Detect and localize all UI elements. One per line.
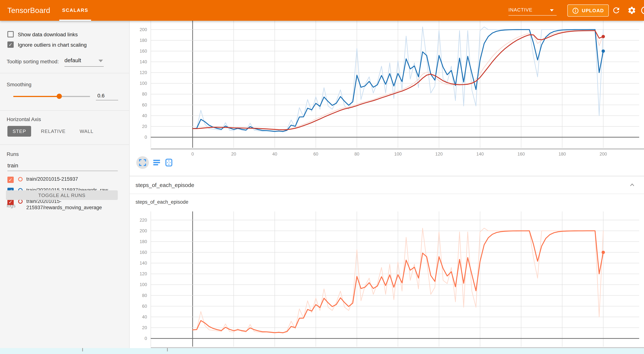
run-label: train/20201015-215937: [26, 176, 78, 182]
checkbox-show-download-links[interactable]: Show data download links: [8, 31, 78, 38]
smoothing-label: Smoothing: [7, 82, 32, 88]
data-status-value: INACTIVE: [508, 7, 532, 12]
tab-scalars-label: SCALARS: [62, 8, 88, 13]
svg-text:20: 20: [142, 325, 147, 330]
strip-tick: [167, 348, 168, 352]
steps-of-each-episode-chart[interactable]: 020406080100120140160180200220: [130, 212, 644, 354]
slider-track-empty: [59, 96, 90, 97]
info-icon: [572, 7, 579, 14]
svg-text:60: 60: [142, 304, 147, 309]
svg-text:40: 40: [272, 152, 277, 156]
chevron-down-icon: [550, 9, 554, 12]
svg-text:180: 180: [140, 239, 147, 244]
tooltip-sorting-label: Tooltip sorting method:: [7, 58, 59, 64]
runs-label: Runs: [7, 151, 19, 157]
horizontal-axis-buttons: STEP RELATIVE WALL: [8, 126, 99, 137]
svg-text:80: 80: [354, 152, 360, 156]
app-logo: TensorBoard: [8, 0, 50, 21]
svg-text:100: 100: [140, 282, 147, 287]
fit-domain-icon[interactable]: [164, 158, 173, 167]
tooltip-sorting-dropdown[interactable]: default: [64, 57, 104, 67]
svg-text:140: 140: [140, 260, 147, 266]
runs-footer-logs: logs: [7, 203, 16, 208]
checkbox-label: Show data download links: [18, 31, 78, 37]
checkbox-icon: ✓: [8, 42, 14, 48]
svg-text:220: 220: [140, 218, 147, 222]
slider-track-filled: [13, 96, 59, 97]
sidebar-divider: [0, 144, 130, 145]
svg-text:160: 160: [517, 152, 525, 156]
runs-list-icon[interactable]: [152, 158, 161, 167]
axis-button-wall[interactable]: WALL: [74, 126, 99, 137]
svg-text:0: 0: [192, 152, 194, 156]
section-underline: [130, 194, 644, 194]
strip-tick: [82, 348, 83, 352]
axis-button-step[interactable]: STEP: [8, 126, 31, 137]
refresh-icon[interactable]: [612, 6, 621, 15]
tab-scalars[interactable]: SCALARS: [59, 0, 91, 21]
svg-text:140: 140: [140, 59, 147, 64]
svg-text:200: 200: [140, 228, 147, 233]
run-label: train/20201015-215937/rewards_moving_ave…: [26, 198, 121, 211]
svg-text:180: 180: [140, 38, 147, 43]
checkbox-label: Ignore outliers in chart scaling: [18, 42, 87, 48]
expand-icon: [138, 158, 147, 167]
scalars-dashboard: 0204060801001201401601802000204060801001…: [130, 21, 644, 354]
slider-thumb[interactable]: [57, 94, 62, 99]
svg-text:40: 40: [142, 314, 147, 320]
run-filter-input[interactable]: [8, 162, 118, 171]
svg-text:20: 20: [142, 124, 147, 129]
bottom-scroll-strip[interactable]: [0, 348, 644, 354]
svg-text:100: 100: [140, 81, 147, 86]
settings-sidebar: Show data download links ✓ Ignore outlie…: [0, 21, 130, 354]
svg-text:180: 180: [558, 152, 566, 156]
svg-text:0: 0: [144, 134, 147, 140]
svg-text:60: 60: [142, 102, 147, 108]
smoothing-slider[interactable]: [13, 95, 90, 98]
expand-chart-button[interactable]: [136, 156, 149, 169]
upload-button-label: UPLOAD: [582, 8, 604, 13]
smoothing-value-input[interactable]: 0.6: [96, 92, 118, 100]
svg-text:160: 160: [140, 250, 147, 255]
help-icon[interactable]: [641, 6, 644, 15]
app-header: TensorBoard SCALARS INACTIVE UPLOAD: [0, 0, 644, 21]
svg-text:140: 140: [476, 152, 484, 156]
tooltip-sorting-value: default: [64, 57, 81, 63]
chart-toolbar: [136, 156, 173, 169]
svg-text:120: 120: [435, 152, 443, 156]
svg-text:120: 120: [140, 70, 147, 75]
svg-text:60: 60: [313, 152, 318, 156]
svg-text:40: 40: [142, 113, 147, 118]
svg-text:80: 80: [142, 92, 147, 96]
svg-text:100: 100: [394, 152, 402, 156]
horizontal-axis-label: Horizontal Axis: [7, 116, 41, 122]
svg-text:200: 200: [600, 152, 607, 156]
chart-card-title: steps_of_each_episode: [136, 199, 188, 205]
tab-active-underline: [59, 20, 91, 21]
axis-button-relative[interactable]: RELATIVE: [36, 126, 71, 137]
svg-text:120: 120: [140, 271, 147, 276]
collapse-chevron-icon[interactable]: [629, 182, 635, 188]
svg-text:80: 80: [142, 293, 147, 298]
svg-text:160: 160: [140, 48, 147, 54]
run-color-circle-icon: [18, 177, 22, 182]
sidebar-divider: [0, 110, 130, 111]
checkbox-ignore-outliers[interactable]: ✓ Ignore outliers in chart scaling: [8, 42, 87, 48]
svg-text:0: 0: [144, 336, 147, 341]
section-title: steps_of_each_episode: [136, 182, 194, 188]
checkbox-icon: [8, 31, 14, 38]
chevron-down-icon: [98, 60, 103, 62]
run-row[interactable]: ✓train/20201015-215937: [0, 174, 130, 185]
rewards-chart[interactable]: 0204060801001201401601802000204060801001…: [130, 21, 644, 158]
data-status-dropdown[interactable]: INACTIVE: [508, 5, 556, 16]
toggle-all-runs-button[interactable]: TOGGLE ALL RUNS: [6, 190, 118, 200]
svg-text:200: 200: [140, 27, 147, 32]
settings-gear-icon[interactable]: [627, 6, 636, 15]
section-header-steps-of-each-episode[interactable]: steps_of_each_episode: [130, 176, 644, 194]
svg-text:20: 20: [231, 152, 236, 156]
dropdown-underline: [508, 15, 556, 16]
upload-button[interactable]: UPLOAD: [567, 4, 609, 17]
sidebar-divider: [0, 73, 130, 73]
run-checkbox-icon[interactable]: ✓: [8, 177, 14, 183]
